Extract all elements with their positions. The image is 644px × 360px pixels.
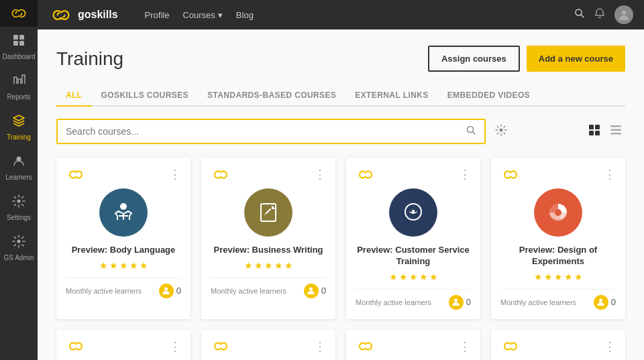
card-logo-6 xyxy=(356,341,376,351)
course-card-3: ⋮ Preview: Design of Experiments xyxy=(491,158,625,319)
tab-all[interactable]: ALL xyxy=(56,85,92,107)
svg-point-27 xyxy=(411,211,413,213)
learners-icon xyxy=(12,154,25,171)
svg-point-9 xyxy=(622,11,627,15)
card-menu-4[interactable]: ⋮ xyxy=(169,339,181,354)
card-menu-7[interactable]: ⋮ xyxy=(604,339,616,354)
course-card-7: ⋮ xyxy=(491,330,625,360)
learner-icon-1 xyxy=(304,284,319,298)
learner-icon-0 xyxy=(159,284,174,298)
sidebar-item-dashboard[interactable]: Dashboard xyxy=(0,27,38,67)
card-menu-3[interactable]: ⋮ xyxy=(604,167,616,182)
course-icon-2 xyxy=(389,188,437,237)
search-bar-row xyxy=(56,119,625,144)
courses-dropdown-icon: ▾ xyxy=(218,10,223,20)
search-wrapper xyxy=(56,119,486,144)
tab-standards[interactable]: STANDARDS-BASED COURSES xyxy=(198,85,345,107)
course-icon-3 xyxy=(534,188,582,237)
sidebar-item-reports[interactable]: Reports xyxy=(0,67,38,107)
card-logo-2 xyxy=(356,170,376,180)
card-stars-2: ★ ★ ★ ★ ★ xyxy=(356,272,471,282)
svg-point-28 xyxy=(415,211,417,213)
sidebar-item-gs-admin[interactable]: GS Admin xyxy=(0,228,38,268)
footer-count-0: 0 xyxy=(159,284,181,298)
card-icon-area-1 xyxy=(211,188,326,237)
nav-profile[interactable]: Profile xyxy=(145,10,170,20)
svg-rect-0 xyxy=(13,35,18,40)
sidebar-item-training[interactable]: Training xyxy=(0,107,38,147)
svg-rect-13 xyxy=(589,125,594,129)
svg-point-5 xyxy=(17,200,21,203)
grid-view-button[interactable] xyxy=(585,121,604,143)
card-menu-6[interactable]: ⋮ xyxy=(459,339,471,354)
course-card-0: ⋮ Preview: Body Language ★ ★ xyxy=(56,158,191,319)
top-nav-right xyxy=(574,5,633,24)
svg-rect-14 xyxy=(595,125,600,129)
learner-count-3: 0 xyxy=(611,297,616,307)
card-logo-5 xyxy=(211,341,231,351)
card-menu-0[interactable]: ⋮ xyxy=(169,167,181,182)
sidebar-label-settings: Settings xyxy=(7,214,31,221)
courses-grid: ⋮ Preview: Body Language ★ ★ xyxy=(56,158,625,319)
sidebar-item-settings[interactable]: Settings xyxy=(0,188,38,228)
svg-point-29 xyxy=(454,299,458,302)
sidebar: Dashboard Reports Training Learners xyxy=(0,0,38,360)
tab-external[interactable]: EXTERNAL LINKS xyxy=(345,85,437,107)
sidebar-logo[interactable] xyxy=(0,0,38,27)
reports-icon xyxy=(12,74,25,91)
assign-courses-button[interactable]: Assign courses xyxy=(428,46,520,72)
svg-rect-17 xyxy=(610,125,621,127)
course-icon-0 xyxy=(99,188,148,237)
gs-admin-icon xyxy=(12,235,25,251)
learner-count-2: 0 xyxy=(466,297,471,307)
svg-point-6 xyxy=(17,240,21,243)
svg-rect-3 xyxy=(19,41,24,46)
card-top-5: ⋮ xyxy=(211,339,326,354)
card-icon-area-2 xyxy=(356,188,471,237)
card-top-1: ⋮ xyxy=(211,167,326,182)
svg-point-25 xyxy=(309,288,313,291)
card-menu-1[interactable]: ⋮ xyxy=(314,167,326,182)
sidebar-item-learners[interactable]: Learners xyxy=(0,147,38,188)
search-icon[interactable] xyxy=(458,120,484,143)
card-icon-area-3 xyxy=(500,188,616,237)
main-container: goskills Profile Courses ▾ Blog xyxy=(38,0,644,360)
list-view-button[interactable] xyxy=(606,121,625,143)
svg-point-20 xyxy=(120,203,127,210)
footer-count-3: 0 xyxy=(594,295,616,310)
card-stars-0: ★ ★ ★ ★ ★ xyxy=(66,260,181,271)
nav-courses[interactable]: Courses ▾ xyxy=(182,10,222,20)
card-title-0: Preview: Body Language xyxy=(66,245,181,256)
add-course-button[interactable]: Add a new course xyxy=(527,46,625,72)
card-footer-3: Monthly active learners 0 xyxy=(500,289,616,310)
nav-blog[interactable]: Blog xyxy=(236,10,254,20)
tabs-bar: ALL GOSKILLS COURSES STANDARDS-BASED COU… xyxy=(56,85,625,107)
bell-icon[interactable] xyxy=(594,8,605,21)
tab-embedded[interactable]: EMBEDDED VIDEOS xyxy=(438,85,539,107)
avatar[interactable] xyxy=(614,5,633,24)
filter-gear-icon[interactable] xyxy=(492,121,510,142)
card-top-4: ⋮ xyxy=(66,339,181,354)
learner-count-1: 0 xyxy=(321,286,326,296)
card-top-3: ⋮ xyxy=(500,167,616,182)
card-menu-2[interactable]: ⋮ xyxy=(459,167,471,182)
search-input[interactable] xyxy=(58,121,458,142)
sidebar-label-training: Training xyxy=(7,133,31,141)
card-footer-1: Monthly active learners 0 xyxy=(211,278,326,298)
dashboard-icon xyxy=(12,34,25,50)
sidebar-label-dashboard: Dashboard xyxy=(3,53,36,60)
card-logo-4 xyxy=(66,341,86,351)
course-card-2: ⋮ Preview: Customer Service Training ★ xyxy=(346,158,480,319)
learner-icon-2 xyxy=(449,295,464,310)
card-top-0: ⋮ xyxy=(66,167,181,182)
card-menu-5[interactable]: ⋮ xyxy=(314,339,326,354)
course-card-5: ⋮ xyxy=(201,330,335,360)
search-nav-icon[interactable] xyxy=(574,8,585,21)
svg-line-11 xyxy=(473,132,476,135)
sidebar-label-learners: Learners xyxy=(5,174,32,181)
footer-label-2: Monthly active learners xyxy=(356,298,431,306)
course-card-6: ⋮ xyxy=(346,330,480,360)
svg-point-32 xyxy=(599,299,602,302)
tab-goskills[interactable]: GOSKILLS COURSES xyxy=(92,85,198,107)
card-logo-7 xyxy=(500,341,521,351)
